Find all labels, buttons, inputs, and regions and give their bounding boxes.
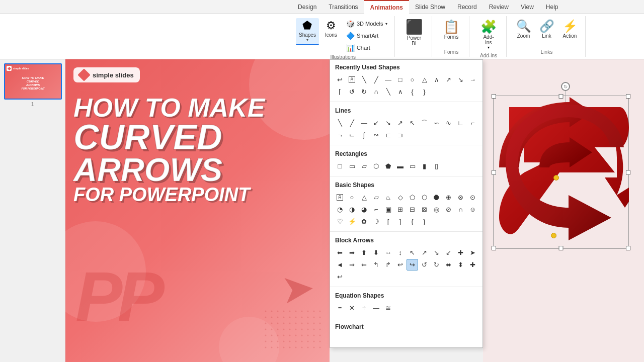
eq-minus[interactable]: — [370, 302, 382, 314]
ba-u-turn[interactable]: ↩ [394, 259, 406, 270]
line-arrow-bl[interactable]: ↙ [370, 117, 382, 129]
basic-donut[interactable]: ◎ [431, 204, 442, 215]
powerbi-button[interactable]: ⬛ PowerBI [403, 18, 426, 48]
tab-design[interactable]: Design [292, 0, 323, 14]
tab-animations[interactable]: Animations [364, 0, 409, 14]
ba-callout[interactable]: ⬌ [443, 259, 454, 270]
rect-round1[interactable]: ▭ [346, 160, 358, 172]
ba-up[interactable]: ⬆ [358, 247, 370, 258]
rect-snip5[interactable]: ▯ [431, 160, 442, 172]
basic-tear[interactable]: ◕ [358, 204, 370, 215]
basic-ellipse[interactable]: ○ [346, 192, 358, 203]
shape-brace-l[interactable]: ⌈ [334, 86, 346, 98]
icons-button[interactable]: ⚙ Icons [320, 18, 342, 40]
basic-c3[interactable]: ⊙ [467, 192, 478, 203]
ba-stripe-l[interactable]: ⇐ [358, 259, 370, 270]
basic-oct[interactable]: ⯃ [431, 192, 442, 203]
ba-down[interactable]: ⬇ [370, 247, 382, 258]
ba-ur[interactable]: ↗ [419, 247, 430, 258]
zoom-button[interactable]: 🔍 Zoom [513, 18, 535, 41]
shape-arrow-br[interactable]: ↗ [443, 74, 454, 85]
basic-c1[interactable]: ⊕ [443, 192, 454, 203]
ba-dl[interactable]: ↙ [443, 247, 454, 258]
line-corner1[interactable]: ∟ [455, 117, 466, 129]
basic-cube[interactable]: ⊠ [419, 204, 430, 215]
shape-ellipse[interactable]: ○ [407, 74, 418, 85]
basic-smiley[interactable]: ☺ [467, 204, 478, 215]
tab-transitions[interactable]: Transitions [323, 0, 364, 14]
line-corner2[interactable]: ⌐ [467, 117, 478, 129]
ba-dr[interactable]: ↘ [431, 247, 442, 258]
ba-curve-l[interactable]: ↰ [370, 259, 382, 270]
basic-triangle[interactable]: △ [358, 192, 370, 203]
shape-wave[interactable]: ↺ [346, 86, 358, 98]
slide-thumbnail[interactable]: simple slides HOW TO MAKECURVEDARROWSFOR… [4, 63, 62, 100]
basic-parallelogram[interactable]: ▱ [370, 192, 382, 203]
line-horiz[interactable]: — [358, 117, 370, 129]
shapes-panel-inner[interactable]: Recently Used Shapes ↩ 🄰 ╲ ╱ — □ ○ △ ∧ ↗… [330, 60, 482, 347]
rect-snip3[interactable]: ▭ [407, 160, 418, 172]
shape-triangle[interactable]: △ [419, 74, 430, 85]
line-arc[interactable]: ⌒ [419, 117, 430, 129]
basic-bracketr[interactable]: ] [394, 216, 406, 227]
tab-record[interactable]: Record [451, 0, 483, 14]
line-conn2[interactable]: ⊐ [394, 129, 406, 141]
ba-loop-r[interactable]: ↻ [431, 259, 442, 270]
basic-trapezoid[interactable]: ⏢ [382, 192, 394, 203]
shape-cap[interactable]: ∩ [370, 86, 382, 98]
ba-ul[interactable]: ↖ [407, 247, 418, 258]
basic-sun[interactable]: ✿ [358, 216, 370, 227]
rect-square[interactable]: □ [334, 160, 346, 172]
line-corner4[interactable]: ⌙ [346, 129, 358, 141]
shape-rect[interactable]: □ [394, 74, 406, 85]
eq-equals[interactable]: = [334, 302, 346, 314]
chart-button[interactable]: 📊 Chart [343, 42, 390, 53]
shape-arrow-bl[interactable]: ↘ [455, 74, 466, 85]
basic-bracel[interactable]: { [407, 216, 418, 227]
link-button[interactable]: 🔗 Link [536, 18, 558, 41]
smartart-button[interactable]: 🔷 SmartArt [343, 30, 390, 41]
tab-slideshow[interactable]: Slide Show [409, 0, 451, 14]
rect-round2[interactable]: ▱ [358, 160, 370, 172]
forms-button[interactable]: 📋 Forms [440, 18, 462, 42]
yellow-handle-2[interactable] [551, 233, 556, 238]
shape-wedge[interactable]: ∧ [394, 86, 406, 98]
line-arrow-tr[interactable]: ↗ [394, 117, 406, 129]
ba-curve-r[interactable]: ↱ [382, 259, 394, 270]
eq-approx[interactable]: ≅ [382, 302, 394, 314]
shape-bracket-r[interactable]: } [419, 86, 430, 98]
basic-heart[interactable]: ♡ [334, 216, 346, 227]
basic-bracer[interactable]: } [419, 216, 430, 227]
line-arrow-tl[interactable]: ↖ [407, 117, 418, 129]
basic-frame[interactable]: ▣ [382, 204, 394, 215]
rotate-handle[interactable]: ↻ [561, 82, 570, 91]
basic-hex[interactable]: ⬡ [419, 192, 430, 203]
shape-curve-arrow[interactable]: ↩ [334, 74, 346, 85]
shape-arrow-r[interactable]: → [467, 74, 478, 85]
shape-bracket-l[interactable]: { [407, 86, 418, 98]
line-straight[interactable]: ╲ [334, 117, 346, 129]
eq-divide[interactable]: ÷ [358, 302, 370, 314]
shape-line2[interactable]: ╱ [370, 74, 382, 85]
ba-stripe-r[interactable]: ⇒ [346, 259, 358, 270]
line-scribble[interactable]: ∾ [370, 129, 382, 141]
line-corner3[interactable]: ¬ [334, 129, 346, 141]
addins-button[interactable]: 🧩 Add-ins ▾ [477, 18, 500, 52]
ba-turn[interactable]: ↩ [334, 271, 346, 283]
basic-corner[interactable]: ⌐ [370, 204, 382, 215]
rect-round3[interactable]: ▬ [394, 160, 406, 172]
shape-loop[interactable]: ↻ [358, 86, 370, 98]
basic-block[interactable]: ∩ [455, 204, 466, 215]
basic-pie[interactable]: ◔ [334, 204, 346, 215]
basic-text[interactable]: 🄰 [334, 192, 346, 203]
basic-penta[interactable]: ⬠ [407, 192, 418, 203]
basic-noreq[interactable]: ⊘ [443, 204, 454, 215]
basic-can[interactable]: ⊟ [407, 204, 418, 215]
ba-left[interactable]: ⬅ [334, 247, 346, 258]
ba-4way[interactable]: ✚ [455, 247, 466, 258]
ba-loop-l[interactable]: ↺ [419, 259, 430, 270]
basic-diamond[interactable]: ◇ [394, 192, 406, 203]
ba-notch-r[interactable]: ➤ [467, 247, 478, 258]
line-arrow-br[interactable]: ↘ [382, 117, 394, 129]
ba-move[interactable]: ✚ [467, 259, 478, 270]
